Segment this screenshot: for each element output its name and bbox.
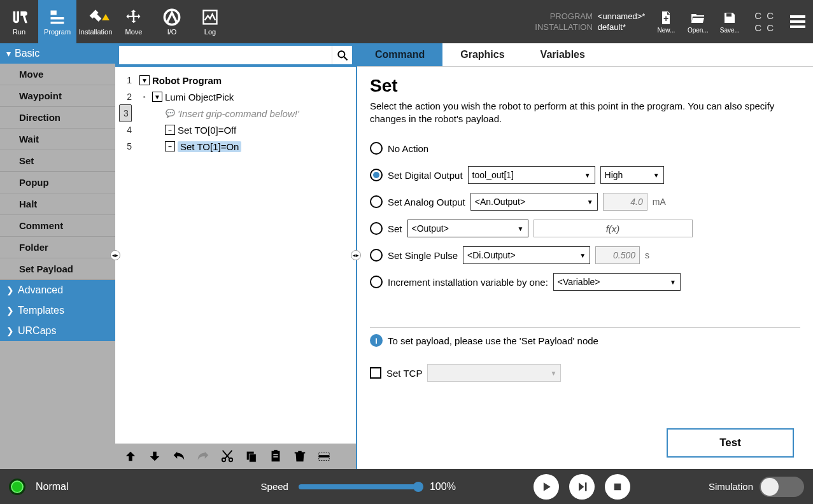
tree-row[interactable]: 2 ◦ ▼ Lumi ObjectPick [119,88,352,105]
top-toolbar: Run Program Installation Move I/O Log PR… [0,0,813,43]
digital-output-select[interactable]: tool_out[1]▼ [468,166,595,184]
status-indicator-icon[interactable] [9,479,25,495]
option-label: Set [388,223,402,234]
sidebar-item-waypoint[interactable]: Waypoint [0,85,115,107]
test-button[interactable]: Test [667,428,794,458]
tree-branch-icon: ◦ [139,92,150,102]
program-icon [48,8,67,27]
tab-graphics[interactable]: Graphics [442,43,522,66]
file-open-button[interactable]: Open... [682,0,714,43]
move-up-button[interactable] [122,447,139,465]
option-analog-output[interactable]: Set Analog Output <An.Output>▼ mA [370,192,800,211]
radio-icon[interactable] [370,249,383,262]
option-single-pulse[interactable]: Set Single Pulse <Di.Output>▼ s [370,246,800,265]
nav-move[interactable]: Move [115,0,153,43]
output-select[interactable]: <Output>▼ [407,220,528,237]
step-button[interactable] [569,474,595,500]
option-no-action[interactable]: No Action [370,139,800,158]
option-label: Set Analog Output [388,197,465,207]
accordion-urcaps[interactable]: ❯ URCaps [0,321,115,341]
radio-icon[interactable] [370,169,383,181]
expression-field[interactable]: f(x) [534,220,693,237]
installation-value: default* [598,22,645,32]
expand-icon[interactable]: ▼ [152,92,162,102]
checkbox-icon[interactable] [370,367,381,379]
option-increment-variable[interactable]: Increment installation variable by one: … [370,272,800,291]
line-number: 2 [119,92,132,102]
undo-button[interactable] [170,447,188,465]
expand-icon[interactable]: ▼ [139,75,150,85]
sidebar-item-set-payload[interactable]: Set Payload [0,258,115,280]
nav-log[interactable]: Log [191,0,229,43]
content-description: Select the action you wish the robot to … [370,100,800,125]
tree-search-button[interactable] [332,46,352,64]
sidebar-item-set[interactable]: Set [0,150,115,172]
file-save-button[interactable]: Save... [714,0,746,43]
sidebar-item-move[interactable]: Move [0,64,115,85]
content-title: Set [370,76,800,96]
tree-node-label: Set TO[0]=Off [178,125,236,136]
pulse-output-select[interactable]: <Di.Output>▼ [463,246,590,264]
nav-run[interactable]: Run [0,0,38,43]
copy-button[interactable] [243,447,260,465]
option-set-output[interactable]: Set <Output>▼ f(x) [370,219,800,238]
tab-command[interactable]: Command [357,43,442,66]
radio-icon[interactable] [370,142,383,155]
cut-button[interactable] [218,447,236,465]
tree-row[interactable]: 1 ▼ Robot Program [119,72,352,88]
option-label: Increment installation variable by one: [388,277,548,288]
nav-io-label: I/O [167,28,177,36]
io-icon [162,8,181,27]
tcp-select[interactable]: ▼ [427,364,561,382]
sidebar-collapse-handle[interactable]: ◂▸ [110,250,120,260]
move-down-button[interactable] [146,447,164,465]
suppress-button[interactable] [315,447,333,465]
redo-button[interactable] [194,447,212,465]
accordion-templates[interactable]: ❯ Templates [0,300,115,321]
paste-button[interactable] [267,447,285,465]
radio-icon[interactable] [370,222,383,235]
hamburger-menu-button[interactable] [782,0,813,43]
accordion-basic-label: Basic [15,48,39,59]
sidebar-item-wait[interactable]: Wait [0,129,115,150]
nav-installation[interactable]: Installation [76,0,115,43]
set-tcp-row[interactable]: Set TCP ▼ [370,363,800,382]
sidebar-item-popup[interactable]: Popup [0,172,115,193]
play-button[interactable] [534,474,559,500]
radio-icon[interactable] [370,276,383,288]
file-new-button[interactable]: + New... [650,0,682,43]
accordion-basic[interactable]: ▾ Basic [0,43,115,64]
move-icon [124,8,143,27]
sidebar-item-direction[interactable]: Direction [0,107,115,129]
tab-variables[interactable]: Variables [523,43,603,66]
analog-value-field[interactable] [603,193,647,211]
content-panel: Command Graphics Variables Set Select th… [357,43,813,469]
pulse-duration-field[interactable] [595,246,640,264]
sidebar-item-halt[interactable]: Halt [0,193,115,215]
speed-slider[interactable] [299,484,420,489]
nav-io[interactable]: I/O [153,0,191,43]
slider-thumb[interactable] [413,482,423,492]
option-label: Set Digital Output [388,170,463,181]
tree-row[interactable]: 4 – Set TO[0]=Off [119,122,352,138]
simulation-toggle[interactable] [760,477,804,497]
sidebar-item-comment[interactable]: Comment [0,215,115,237]
stop-button[interactable] [605,474,630,500]
option-digital-output[interactable]: Set Digital Output tool_out[1]▼ High▼ [370,165,800,185]
program-tree[interactable]: 1 ▼ Robot Program 2 ◦ ▼ Lumi ObjectPick … [115,67,356,444]
accordion-advanced[interactable]: ❯ Advanced [0,280,115,300]
tree-search-input[interactable] [119,46,332,64]
radio-icon[interactable] [370,195,383,208]
svg-point-6 [338,51,344,57]
delete-button[interactable] [291,447,309,465]
program-label: PROGRAM [535,11,593,21]
tree-row[interactable]: 5 – Set TO[1]=On [119,138,352,155]
tree-row[interactable]: 3 💬 'Insert grip-command below!' [119,105,352,122]
nav-program[interactable]: Program [38,0,76,43]
digital-value-select[interactable]: High▼ [600,166,664,184]
analog-output-select[interactable]: <An.Output>▼ [470,193,598,211]
sidebar-item-folder[interactable]: Folder [0,237,115,258]
main-area: ▾ Basic Move Waypoint Direction Wait Set… [0,43,813,469]
tree-collapse-handle[interactable]: ◂▸ [351,250,361,260]
variable-select[interactable]: <Variable>▼ [553,273,681,291]
